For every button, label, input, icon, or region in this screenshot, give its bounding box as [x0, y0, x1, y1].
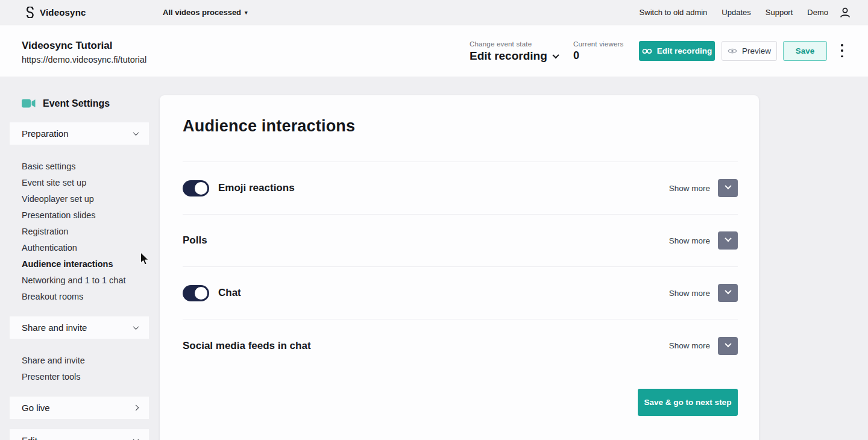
section-label: Go live [22, 403, 50, 413]
sidebar-section-go-live[interactable]: Go live [10, 397, 149, 419]
event-state-value: Edit recording [470, 49, 547, 63]
sidebar-section-preparation[interactable]: Preparation [10, 122, 149, 145]
save-label: Save [796, 46, 815, 55]
chevron-down-icon [725, 235, 731, 242]
expand-chevron-button[interactable] [718, 179, 738, 197]
sidebar-sections: PreparationBasic settingsEvent site set … [10, 122, 149, 440]
show-more-link[interactable]: Show more [669, 236, 710, 245]
expand-chevron-button[interactable] [718, 284, 738, 302]
sidebar-section-share-and-invite[interactable]: Share and invite [10, 316, 149, 339]
chevron-down-icon [725, 183, 731, 189]
sidebar-item-basic-settings[interactable]: Basic settings [10, 158, 149, 174]
sidebar-item-event-site-set-up[interactable]: Event site set up [10, 174, 149, 190]
videosync-logo-icon [24, 7, 34, 18]
chevron-down-icon [133, 324, 139, 330]
page-title: Audience interactions [183, 117, 738, 136]
sidebar-item-share-and-invite[interactable]: Share and invite [10, 352, 149, 368]
event-state-label: Change event state [470, 40, 532, 48]
section-label: Preparation [22, 128, 69, 139]
sidebar-item-presentation-slides[interactable]: Presentation slides [10, 207, 149, 223]
chevron-down-icon [133, 436, 139, 440]
videos-status-label: All videos processed [163, 8, 241, 17]
top-nav-link-updates[interactable]: Updates [722, 8, 750, 17]
edit-recording-label: Edit recording [657, 46, 712, 55]
chevron-right-icon [133, 405, 139, 411]
brand[interactable]: Videosync [24, 7, 86, 18]
top-nav-link-support[interactable]: Support [766, 8, 793, 17]
brand-name: Videosync [40, 7, 86, 17]
feature-label: Chat [218, 287, 241, 299]
sidebar-item-presenter-tools[interactable]: Presenter tools [10, 368, 149, 385]
feature-row: Polls Show more [183, 215, 738, 267]
sidebar-item-videoplayer-set-up[interactable]: Videoplayer set up [10, 190, 149, 207]
current-viewers-count: 0 [573, 49, 579, 62]
top-nav-links: Switch to old adminUpdatesSupportDemo [640, 8, 828, 17]
save-next-step-button[interactable]: Save & go to next step [638, 389, 738, 416]
chevron-down-icon [725, 288, 731, 294]
sidebar-item-audience-interactions[interactable]: Audience interactions [10, 256, 149, 272]
feature-row: Chat Show more [183, 267, 738, 319]
chevron-down-icon [725, 340, 731, 347]
current-viewers-label: Current viewers [573, 40, 624, 48]
expand-chevron-button[interactable] [718, 231, 738, 250]
chevron-down-icon [552, 52, 559, 58]
event-title: Videosync Tutorial [22, 40, 113, 52]
toggle-knob [195, 182, 207, 195]
dropdown-caret-icon: ▾ [245, 10, 248, 16]
videos-status-dropdown[interactable]: All videos processed ▾ [163, 8, 248, 17]
feature-toggle[interactable] [183, 180, 209, 196]
event-state-dropdown[interactable]: Edit recording [470, 49, 558, 63]
settings-sidebar: Event Settings PreparationBasic settings… [10, 77, 149, 440]
feature-label: Emoji reactions [218, 182, 295, 194]
sidebar-item-authentication[interactable]: Authentication [10, 239, 149, 256]
section-items-preparation: Basic settingsEvent site set upVideoplay… [10, 158, 149, 304]
video-camera-icon [22, 99, 36, 108]
feature-label: Social media feeds in chat [183, 340, 311, 352]
save-button[interactable]: Save [783, 41, 827, 61]
chevron-down-icon [133, 130, 139, 136]
event-url[interactable]: https://demo.videosync.fi/tutorial [22, 55, 146, 64]
feature-label: Polls [183, 234, 207, 247]
more-options-kebab-icon[interactable] [838, 43, 846, 58]
sidebar-title: Event Settings [22, 96, 149, 110]
top-nav: Videosync All videos processed ▾ Switch … [0, 0, 868, 25]
preview-button[interactable]: Preview [722, 41, 777, 61]
top-nav-link-switch-to-old-admin[interactable]: Switch to old admin [640, 8, 708, 17]
sidebar-section-edit[interactable]: Edit [10, 429, 149, 440]
eye-icon [728, 48, 737, 54]
section-label: Edit [22, 435, 37, 440]
edit-recording-button[interactable]: Edit recording [639, 41, 715, 61]
feature-row: Social media feeds in chat Show more [183, 319, 738, 372]
top-nav-link-demo[interactable]: Demo [807, 8, 828, 17]
audience-interactions-panel: Audience interactions Emoji reactions Sh… [160, 95, 759, 440]
show-more-link[interactable]: Show more [669, 341, 710, 350]
sidebar-item-networking-and-1-to-1-chat[interactable]: Networking and 1 to 1 chat [10, 272, 149, 288]
event-header: Videosync Tutorial https://demo.videosyn… [0, 25, 868, 77]
section-label: Share and invite [22, 322, 87, 333]
preview-label: Preview [742, 46, 771, 55]
toggle-knob [195, 287, 207, 300]
feature-row: Emoji reactions Show more [183, 162, 738, 215]
expand-chevron-button[interactable] [718, 337, 738, 355]
recording-icon [642, 48, 652, 54]
sidebar-title-label: Event Settings [43, 98, 110, 109]
feature-toggle[interactable] [183, 285, 209, 301]
show-more-link[interactable]: Show more [669, 184, 710, 193]
feature-rows: Emoji reactions Show more Polls Show mor… [183, 162, 738, 372]
show-more-link[interactable]: Show more [669, 289, 710, 298]
sidebar-item-registration[interactable]: Registration [10, 223, 149, 239]
sidebar-item-breakout-rooms[interactable]: Breakout rooms [10, 288, 149, 304]
account-icon[interactable] [839, 7, 851, 21]
section-items-share-and-invite: Share and invitePresenter tools [10, 352, 149, 385]
footer-actions: Save & go to next step [183, 389, 738, 416]
